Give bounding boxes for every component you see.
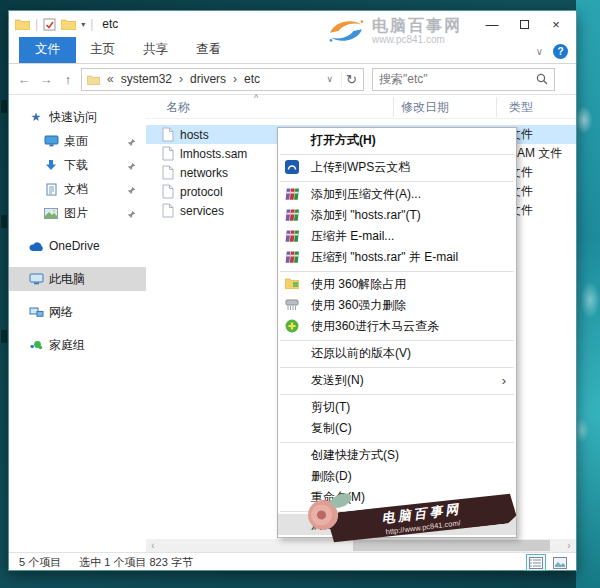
scrollbar-track[interactable] (160, 539, 562, 552)
menu-item-add-to-archive[interactable]: 添加到压缩文件(A)... (278, 184, 516, 205)
breadcrumb-drivers[interactable]: drivers (190, 72, 226, 86)
desktop-wallpaper (576, 0, 600, 588)
tab-share[interactable]: 共享 (129, 37, 182, 63)
menu-item-360-force-delete[interactable]: 使用 360强力删除 (278, 295, 516, 316)
maximize-button[interactable] (508, 11, 540, 37)
sidebar-item-desktop[interactable]: 桌面 (9, 129, 146, 153)
sidebar-item-homegroup[interactable]: 家庭组 (9, 333, 146, 357)
search-input[interactable] (379, 72, 536, 86)
forward-button[interactable]: → (37, 72, 55, 87)
tab-home[interactable]: 主页 (76, 37, 129, 63)
thumbnail-view-button[interactable] (550, 554, 570, 571)
refresh-icon[interactable]: ↻ (341, 72, 361, 87)
close-button[interactable]: × (540, 11, 572, 37)
homegroup-icon (27, 339, 45, 351)
breadcrumb-etc[interactable]: etc (244, 72, 260, 86)
menu-item-restore-versions[interactable]: 还原以前的版本(V) (278, 343, 516, 364)
file-name: services (180, 204, 224, 218)
menu-item-label: 剪切(T) (311, 400, 350, 414)
scroll-right-icon[interactable]: › (562, 540, 576, 551)
shredder-icon (285, 298, 299, 311)
minimize-button[interactable]: — (476, 11, 508, 37)
sort-ascending-icon: ^ (254, 93, 258, 103)
menu-item-create-shortcut[interactable]: 创建快捷方式(S) (278, 445, 516, 466)
menu-item-copy[interactable]: 复制(C) (278, 418, 516, 439)
menu-item-label: 发送到(N) (311, 373, 364, 387)
cloud-icon (27, 241, 45, 252)
sidebar-item-downloads[interactable]: 下载 (9, 153, 146, 177)
breadcrumb-system32[interactable]: system32 (121, 72, 172, 86)
file-icon (162, 203, 174, 218)
sidebar-item-this-pc[interactable]: 此电脑 (9, 267, 146, 291)
file-name: networks (180, 166, 228, 180)
address-bar[interactable]: « system32 › drivers › etc ∨ ↻ (81, 68, 364, 91)
pictures-icon (42, 208, 60, 219)
sidebar-item-label: 网络 (49, 304, 73, 321)
menu-item-open-with[interactable]: 打开方式(H) (278, 130, 516, 151)
menu-item-delete[interactable]: 删除(D) (278, 466, 516, 487)
properties-qat-icon[interactable] (43, 18, 56, 31)
sidebar-item-quick-access[interactable]: ★ 快速访问 (9, 105, 146, 129)
quick-access-toolbar: | ▾ | etc (15, 17, 118, 31)
menu-item-rename[interactable]: 重命名(M) (278, 487, 516, 508)
menu-item-360-trojan-scan[interactable]: 使用360进行木马云查杀 (278, 316, 516, 337)
folder-360-icon (285, 277, 299, 289)
help-button[interactable]: ? (553, 44, 568, 59)
address-row: ← → ↑ « system32 › drivers › etc ∨ ↻ (9, 64, 576, 95)
winrar-icon (285, 250, 300, 264)
context-menu: 打开方式(H) 上传到WPS云文档 添加到压缩文件(A)... 添加到 "hos… (277, 127, 517, 538)
computer-icon (27, 273, 45, 285)
menu-item-label: 属性(R) (311, 517, 352, 531)
back-button[interactable]: ← (15, 72, 33, 87)
desktop-icon (1, 215, 7, 228)
horizontal-scrollbar[interactable]: ‹ › (146, 539, 576, 552)
menu-item-send-to[interactable]: 发送到(N) › (278, 370, 516, 391)
details-view-button[interactable] (526, 554, 546, 571)
expand-ribbon-icon[interactable]: ∨ (536, 46, 543, 57)
menu-item-add-to-hosts-rar[interactable]: 添加到 "hosts.rar"(T) (278, 205, 516, 226)
sidebar-item-label: OneDrive (49, 239, 100, 253)
file-type: SAM 文件 (509, 145, 562, 162)
column-header-name[interactable]: 名称 (166, 99, 190, 116)
menu-item-label: 重命名(M) (311, 490, 365, 504)
sidebar-item-onedrive[interactable]: OneDrive (9, 234, 146, 258)
menu-item-label: 使用360进行木马云查杀 (311, 319, 439, 333)
items-count: 5 个项目 (19, 555, 61, 570)
column-divider[interactable] (393, 97, 394, 117)
menu-item-compress-to-rar-email[interactable]: 压缩到 "hosts.rar" 并 E-mail (278, 247, 516, 268)
menu-item-label: 创建快捷方式(S) (311, 448, 399, 462)
menu-item-label: 使用 360强力删除 (311, 298, 406, 312)
scrollbar-thumb[interactable] (353, 540, 550, 551)
file-name: protocol (180, 185, 223, 199)
qat-customize-dropdown-icon[interactable]: ▾ (81, 20, 85, 29)
search-icon[interactable] (536, 73, 548, 85)
column-header-date[interactable]: 修改日期 (401, 99, 449, 116)
winrar-icon (285, 229, 300, 243)
desktop-icon (42, 135, 60, 147)
scroll-left-icon[interactable]: ‹ (146, 540, 160, 551)
column-header-type[interactable]: 类型 (509, 99, 533, 116)
menu-item-compress-email[interactable]: 压缩并 E-mail... (278, 226, 516, 247)
tab-view[interactable]: 查看 (182, 37, 235, 63)
winrar-icon (285, 187, 300, 201)
breadcrumb-separator: › (230, 72, 240, 86)
file-icon (162, 146, 174, 161)
sidebar-item-network[interactable]: 网络 (9, 300, 146, 324)
winrar-icon (285, 208, 300, 222)
watermark-site-name: 电脑百事网 (372, 17, 462, 34)
sidebar-item-documents[interactable]: 文档 (9, 177, 146, 201)
new-folder-qat-icon[interactable] (61, 18, 76, 30)
sidebar-item-pictures[interactable]: 图片 (9, 201, 146, 225)
sidebar-item-label: 快速访问 (49, 109, 97, 126)
column-headers: 名称 ^ 修改日期 类型 (146, 95, 576, 119)
up-button[interactable]: ↑ (59, 72, 77, 87)
menu-item-cut[interactable]: 剪切(T) (278, 397, 516, 418)
status-bar: 5 个项目 选中 1 个项目 823 字节 (9, 552, 576, 572)
menu-item-properties[interactable]: 属性(R) (278, 514, 516, 535)
menu-item-upload-wps[interactable]: 上传到WPS云文档 (278, 157, 516, 178)
tab-file[interactable]: 文件 (19, 37, 76, 63)
address-dropdown-icon[interactable]: ∨ (323, 74, 338, 84)
column-divider[interactable] (496, 97, 497, 117)
menu-item-360-unlock[interactable]: 使用 360解除占用 (278, 274, 516, 295)
window-title: etc (102, 17, 118, 31)
